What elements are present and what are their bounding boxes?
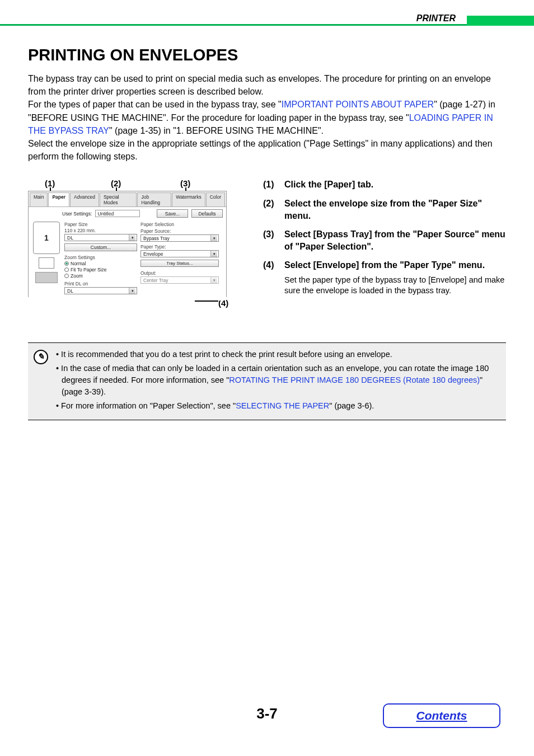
- chevron-down-icon: ▾: [129, 288, 135, 294]
- custom-button[interactable]: Custom...: [64, 243, 137, 251]
- chevron-down-icon: ▾: [210, 251, 217, 257]
- step-2-text: Select the envelope size from the "Paper…: [284, 198, 506, 222]
- tab-watermarks[interactable]: Watermarks: [172, 192, 205, 206]
- print-dl-label: Print DL on: [64, 281, 137, 287]
- link-important-points[interactable]: IMPORTANT POINTS ABOUT PAPER: [282, 100, 434, 109]
- driver-dialog: Main Paper Advanced Special Modes Job Ha…: [28, 191, 227, 297]
- step-1-text: Click the [Paper] tab.: [284, 179, 373, 191]
- tab-strip: Main Paper Advanced Special Modes Job Ha…: [29, 191, 226, 206]
- paper-size-label: Paper Size: [64, 222, 137, 227]
- intro-p2c: " (page 1-35) in "1. BEFORE USING THE MA…: [109, 126, 324, 135]
- step-4-num: (4): [263, 259, 279, 297]
- note-2: In the case of media that can only be lo…: [56, 363, 498, 398]
- header-accent: [467, 16, 534, 26]
- screenshot-area: (1) (2) (3) (4) Main Paper Advanced Spec…: [28, 179, 241, 303]
- orientation-icon: [39, 257, 54, 269]
- step-4-text: Select [Envelope] from the "Paper Type" …: [284, 260, 485, 270]
- step-4-note: Set the paper type of the bypass tray to…: [284, 275, 506, 297]
- callout-3: (3): [180, 179, 190, 188]
- save-button[interactable]: Save...: [157, 209, 188, 218]
- note-1: It is recommended that you do a test pri…: [56, 349, 498, 360]
- tab-color[interactable]: Color: [206, 192, 225, 206]
- callout-2: (2): [111, 179, 121, 188]
- link-rotate-180[interactable]: ROTATING THE PRINT IMAGE 180 DEGREES (Ro…: [229, 375, 480, 384]
- tab-special-modes[interactable]: Special Modes: [100, 192, 137, 206]
- intro-p2a: For the types of paper that can be used …: [28, 100, 282, 109]
- step-2-num: (2): [263, 198, 279, 222]
- tray-status-button[interactable]: Tray Status...: [140, 260, 219, 267]
- paper-type-label: Paper Type:: [140, 244, 219, 250]
- callout-1: (1): [45, 179, 55, 188]
- paper-type-select[interactable]: Envelope▾: [140, 250, 219, 257]
- note-box: ✎ It is recommended that you do a test p…: [28, 342, 506, 420]
- chevron-down-icon: ▾: [210, 235, 217, 241]
- paper-source-label: Paper Source:: [140, 228, 219, 234]
- step-3-text: Select [Bypass Tray] from the "Paper Sou…: [284, 228, 506, 252]
- step-3-num: (3): [263, 228, 279, 252]
- defaults-button[interactable]: Defaults: [191, 209, 223, 218]
- steps-list: (1) Click the [Paper] tab. (2) Select th…: [263, 179, 506, 303]
- step-1-num: (1): [263, 179, 279, 191]
- user-settings-select[interactable]: Untitled: [95, 210, 140, 217]
- zoom-settings-label: Zoom Settings: [64, 255, 137, 260]
- paper-size-dim: 110 x 220 mm.: [64, 228, 137, 233]
- section-label: PRINTER: [416, 13, 456, 24]
- chevron-down-icon: ▾: [129, 234, 135, 241]
- radio-fit[interactable]: [64, 267, 69, 272]
- callout-line-4b: [195, 300, 218, 302]
- note-3: For more information on "Paper Selection…: [56, 400, 498, 412]
- tab-job-handling[interactable]: Job Handling: [137, 192, 171, 206]
- intro-p1: The bypass tray can be used to print on …: [28, 74, 491, 96]
- note-icon: ✎: [34, 350, 48, 364]
- intro-p3: Select the envelope size in the appropri…: [28, 139, 493, 161]
- tab-paper[interactable]: Paper: [48, 192, 69, 206]
- print-dl-select[interactable]: DL▾: [64, 287, 137, 294]
- chevron-down-icon: ▾: [210, 277, 217, 283]
- radio-zoom[interactable]: [64, 274, 69, 278]
- page-preview: 1: [33, 222, 60, 254]
- contents-button[interactable]: Contents: [383, 703, 500, 728]
- paper-source-select[interactable]: Bypass Tray▾: [140, 234, 219, 242]
- output-label: Output:: [140, 270, 219, 276]
- printer-icon: [35, 272, 58, 283]
- tab-advanced[interactable]: Advanced: [70, 192, 99, 206]
- page-title: PRINTING ON ENVELOPES: [28, 46, 506, 64]
- user-settings-label: User Settings:: [62, 211, 92, 217]
- paper-selection-label: Paper Selection: [140, 222, 219, 227]
- tab-main[interactable]: Main: [30, 192, 48, 206]
- intro-text: The bypass tray can be used to print on …: [28, 72, 506, 163]
- output-select: Center Tray▾: [140, 276, 219, 284]
- paper-size-select[interactable]: DL▾: [64, 234, 137, 241]
- link-selecting-paper[interactable]: SELECTING THE PAPER: [236, 401, 329, 410]
- radio-normal[interactable]: [64, 261, 69, 266]
